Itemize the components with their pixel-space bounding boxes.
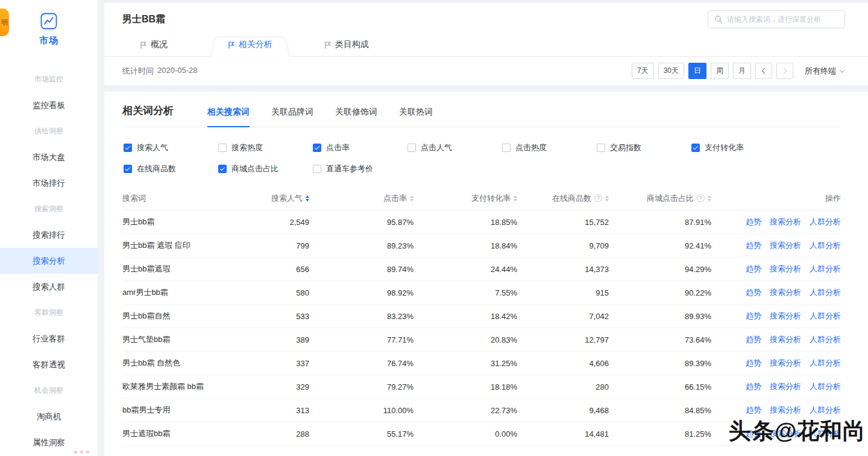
range-7d-button[interactable]: 7天 xyxy=(632,63,654,79)
metric-ztc-reference-price[interactable]: 直通车参考价 xyxy=(313,163,407,174)
trend-link[interactable]: 趋势 xyxy=(746,217,761,227)
group-customer-insight: 客群洞察 xyxy=(0,300,98,326)
crowd-analysis-link[interactable]: 人群分析 xyxy=(810,311,841,321)
crowd-analysis-link[interactable]: 人群分析 xyxy=(810,240,841,251)
crowd-analysis-link[interactable]: 人群分析 xyxy=(810,405,841,416)
crowd-analysis-link[interactable]: 人群分析 xyxy=(810,217,841,227)
operations-cell: 趋势 搜索分析 人群分析 xyxy=(711,287,841,298)
metric-payment-conversion[interactable]: 支付转化率 xyxy=(691,142,786,153)
metric-mall-click-ratio[interactable]: 商城点击占比 xyxy=(218,163,313,174)
search-analysis-link[interactable]: 搜索分析 xyxy=(770,217,801,227)
subtab-related-search-words[interactable]: 相关搜索词 xyxy=(207,107,250,127)
sidebar-item-industry-customers[interactable]: 行业客群 xyxy=(0,326,98,352)
mall-ratio-cell: 89.39% xyxy=(609,359,711,368)
checkbox-icon xyxy=(597,144,605,152)
search-analysis-link[interactable]: 搜索分析 xyxy=(770,264,801,274)
search-analysis-link[interactable]: 搜索分析 xyxy=(770,358,801,369)
search-analysis-link[interactable]: 搜索分析 xyxy=(770,287,801,298)
metric-trade-index[interactable]: 交易指数 xyxy=(597,142,691,153)
sidebar-item-search-analysis[interactable]: 搜索分析 xyxy=(0,248,98,274)
sidebar-item-market-overview[interactable]: 市场大盘 xyxy=(0,144,98,170)
search-analysis-link[interactable]: 搜索分析 xyxy=(770,334,801,345)
range-month-button[interactable]: 月 xyxy=(733,63,751,79)
metric-search-popularity[interactable]: 搜索人气 xyxy=(124,142,218,153)
trend-link[interactable]: 趋势 xyxy=(746,334,761,345)
mall-ratio-cell: 87.91% xyxy=(609,218,711,227)
metric-click-popularity[interactable]: 点击人气 xyxy=(407,142,502,153)
column-conversion[interactable]: 支付转化率 xyxy=(414,193,517,204)
tab-overview[interactable]: 概况 xyxy=(112,33,196,56)
trend-link[interactable]: 趋势 xyxy=(746,287,761,298)
info-icon[interactable] xyxy=(697,194,705,202)
checkbox-icon xyxy=(502,144,511,152)
range-30d-button[interactable]: 30天 xyxy=(658,63,684,79)
group-opportunity-insight: 机会洞察 xyxy=(0,378,98,404)
column-ctr[interactable]: 点击率 xyxy=(309,193,414,204)
metric-click-heat[interactable]: 点击热度 xyxy=(502,142,597,153)
search-analysis-link[interactable]: 搜索分析 xyxy=(770,405,801,416)
search-input[interactable] xyxy=(727,15,838,24)
mall-ratio-cell: 66.15% xyxy=(609,382,711,391)
search-analysis-link[interactable]: 搜索分析 xyxy=(770,240,801,251)
tab-related-analysis[interactable]: 相关分析 xyxy=(208,33,292,56)
operations-cell: 趋势 搜索分析 人群分析 xyxy=(711,405,841,416)
checkbox-icon xyxy=(124,144,132,152)
column-mall-ratio[interactable]: 商城点击占比 xyxy=(609,193,711,204)
flag-icon xyxy=(228,41,234,49)
range-day-button[interactable]: 日 xyxy=(688,63,706,79)
crowd-analysis-link[interactable]: 人群分析 xyxy=(810,287,841,298)
trend-link[interactable]: 趋势 xyxy=(746,264,761,274)
sidebar-item-monitor-dashboard[interactable]: 监控看板 xyxy=(0,92,98,118)
conversion-cell: 18.84% xyxy=(414,241,517,250)
keyword-search-box[interactable] xyxy=(708,10,845,28)
crowd-analysis-link[interactable]: 人群分析 xyxy=(810,334,841,345)
crowd-analysis-link[interactable]: 人群分析 xyxy=(810,264,841,274)
info-icon[interactable] xyxy=(594,194,602,202)
conversion-cell: 20.83% xyxy=(414,335,517,344)
trend-link[interactable]: 趋势 xyxy=(746,311,761,321)
next-date-button[interactable] xyxy=(776,63,793,79)
metric-filters: 搜索人气 搜索热度 点击率 点击人气 点击热度 交易指数 支付转化率 在线商品数… xyxy=(122,127,841,186)
terminal-selector[interactable]: 所有终端 xyxy=(805,66,844,77)
metric-search-heat[interactable]: 搜索热度 xyxy=(218,142,313,153)
subtab-related-brand-words[interactable]: 关联品牌词 xyxy=(271,107,313,127)
sidebar-item-tao-opportunity[interactable]: 淘商机 xyxy=(0,404,98,429)
module-market[interactable]: 市场 xyxy=(0,0,98,66)
conversion-cell: 0.00% xyxy=(414,429,517,439)
metric-online-products[interactable]: 在线商品数 xyxy=(124,163,218,174)
sidebar-item-search-ranking[interactable]: 搜索排行 xyxy=(0,222,98,248)
crowd-analysis-link[interactable]: 人群分析 xyxy=(810,358,841,369)
conversion-cell: 18.85% xyxy=(414,218,517,227)
stat-date: 2020-05-28 xyxy=(157,66,198,77)
table-row: 欧莱雅男士素颜霜 bb霜 329 79.27% 18.18% 280 66.15… xyxy=(122,375,841,399)
search-analysis-link[interactable]: 搜索分析 xyxy=(770,381,801,392)
subtab-related-modifier-words[interactable]: 关联修饰词 xyxy=(335,107,377,127)
ctr-cell: 79.27% xyxy=(309,382,414,391)
subtab-related-hot-words[interactable]: 关联热词 xyxy=(399,107,433,127)
search-analysis-link[interactable]: 搜索分析 xyxy=(770,311,801,321)
sidebar-item-customer-perspective[interactable]: 客群透视 xyxy=(0,352,98,378)
products-cell: 15,752 xyxy=(517,218,609,227)
trend-link[interactable]: 趋势 xyxy=(746,358,761,369)
popularity-cell: 329 xyxy=(261,382,309,391)
decoration-dots xyxy=(74,451,89,454)
range-week-button[interactable]: 周 xyxy=(711,63,729,79)
sidebar-item-search-crowd[interactable]: 搜索人群 xyxy=(0,274,98,300)
tab-category-composition[interactable]: 类目构成 xyxy=(304,33,389,56)
trend-link[interactable]: 趋势 xyxy=(746,405,761,416)
crowd-analysis-link[interactable]: 人群分析 xyxy=(810,381,841,392)
keyword-cell: bb霜男士专用 xyxy=(122,405,261,416)
group-search-insight: 搜索洞察 xyxy=(0,196,98,222)
trend-link[interactable]: 趋势 xyxy=(746,240,761,251)
promo-tag[interactable]: 明 xyxy=(0,8,9,36)
sidebar-item-market-ranking[interactable]: 市场排行 xyxy=(0,170,98,196)
metric-click-rate[interactable]: 点击率 xyxy=(313,142,407,153)
popularity-cell: 389 xyxy=(261,335,309,344)
column-products[interactable]: 在线商品数 xyxy=(517,193,609,204)
sidebar: 明 市场 市场监控 监控看板 供给洞察 市场大盘 市场排行 搜索洞察 搜索排行 … xyxy=(0,0,98,456)
prev-date-button[interactable] xyxy=(755,63,772,79)
trend-link[interactable]: 趋势 xyxy=(746,381,761,392)
products-cell: 14,481 xyxy=(517,429,609,439)
popularity-cell: 337 xyxy=(261,359,309,368)
column-popularity[interactable]: 搜索人气 xyxy=(261,193,309,204)
